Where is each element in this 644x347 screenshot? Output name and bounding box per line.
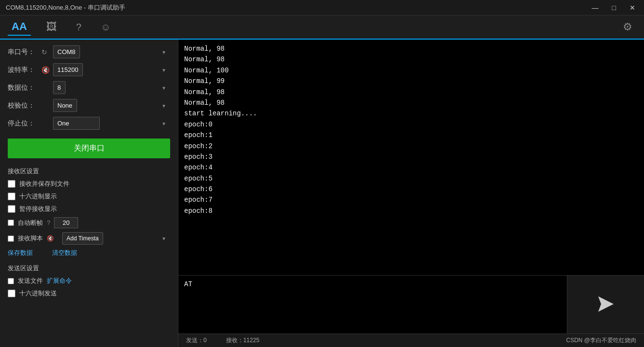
watermark: CSDN @李白不爱吃红烧肉	[566, 336, 636, 345]
log-line: start learning....	[184, 108, 638, 119]
close-button[interactable]: ✕	[627, 3, 638, 13]
auto-frame-label: 自动断帧	[18, 219, 43, 227]
script-icon: 🔇	[47, 235, 58, 242]
hex-send-row: 十六进制发送	[8, 289, 170, 298]
receive-settings-title: 接收区设置	[8, 167, 170, 176]
script-label: 接收脚本	[18, 234, 43, 243]
log-line: Normal, 98	[184, 54, 638, 65]
close-port-button[interactable]: 关闭串口	[8, 139, 170, 158]
log-line: epoch:2	[184, 141, 638, 152]
stop-bits-label: 停止位：	[8, 119, 41, 128]
parity-row: 校验位： None Odd Even	[8, 99, 170, 112]
log-line: Normal, 100	[184, 65, 638, 76]
minimize-button[interactable]: —	[589, 3, 602, 13]
emoji-icon: ☺	[101, 22, 110, 32]
left-panel: 串口号： ↻ COM8 COM1 COM2 波特率： 🔇 115200 9600…	[0, 40, 178, 347]
receive-area[interactable]: Normal, 98Normal, 98Normal, 100Normal, 9…	[178, 40, 644, 275]
send-value: 0	[203, 337, 207, 344]
send-button[interactable]	[594, 294, 617, 315]
data-bits-select[interactable]: 8 7 6 5	[53, 81, 66, 94]
receive-label: 接收：	[226, 337, 243, 344]
log-line: epoch:7	[184, 194, 638, 205]
baud-select[interactable]: 115200 9600 38400	[53, 63, 83, 76]
stop-bits-select-wrapper: One Two OnePointFive	[53, 117, 170, 130]
log-line: epoch:8	[184, 206, 638, 216]
parity-select-wrapper: None Odd Even	[53, 99, 170, 112]
port-select[interactable]: COM8 COM1 COM2	[53, 45, 80, 58]
pause-display-row: 暂停接收显示	[8, 205, 170, 213]
save-data-button[interactable]: 保存数据	[8, 249, 33, 257]
send-label: 发送：	[186, 337, 203, 344]
mute-icon: 🔇	[41, 66, 53, 74]
send-settings-title: 发送区设置	[8, 264, 170, 273]
script-select[interactable]: Add Timesta None	[62, 232, 103, 245]
data-bits-row: 数据位： 8 7 6 5	[8, 81, 170, 94]
status-bar: 发送：0 接收：11225 CSDN @李白不爱吃红烧肉	[178, 333, 644, 347]
maximize-button[interactable]: □	[609, 3, 619, 13]
send-file-label: 发送文件	[18, 277, 43, 285]
log-line: epoch:6	[184, 184, 638, 194]
port-label: 串口号：	[8, 48, 41, 56]
font-icon: AA	[12, 20, 27, 32]
emoji-button[interactable]: ☺	[97, 19, 114, 35]
baud-row: 波特率： 🔇 115200 9600 38400	[8, 63, 170, 76]
toolbar: AA 🖼 ? ☺ ⚙	[0, 15, 644, 40]
log-line: Normal, 98	[184, 43, 638, 54]
script-select-wrapper: Add Timesta None	[62, 232, 170, 245]
save-file-checkbox[interactable]	[8, 180, 15, 188]
settings-button[interactable]: ⚙	[619, 19, 636, 35]
stop-bits-select[interactable]: One Two OnePointFive	[53, 117, 100, 130]
hex-display-row: 十六进制显示	[8, 192, 170, 201]
log-line: epoch:5	[184, 173, 638, 184]
script-checkbox[interactable]	[8, 236, 14, 242]
stop-bits-row: 停止位： One Two OnePointFive	[8, 117, 170, 130]
pause-display-label: 暂停接收显示	[19, 205, 57, 213]
svg-marker-0	[598, 296, 614, 312]
auto-frame-input[interactable]: 20	[54, 217, 78, 228]
hex-send-checkbox[interactable]	[8, 290, 15, 297]
port-select-wrapper: COM8 COM1 COM2	[53, 45, 170, 58]
send-button-panel	[567, 276, 644, 333]
window-controls: — □ ✕	[589, 3, 638, 13]
hex-display-checkbox[interactable]	[8, 193, 15, 200]
data-bits-select-wrapper: 8 7 6 5	[53, 81, 170, 94]
log-line: Normal, 98	[184, 87, 638, 97]
baud-label: 波特率：	[8, 66, 41, 74]
settings-icon: ⚙	[623, 21, 632, 33]
pause-display-checkbox[interactable]	[8, 205, 15, 213]
script-row: 接收脚本 🔇 Add Timesta None	[8, 232, 170, 245]
image-button[interactable]: 🖼	[42, 19, 61, 35]
parity-label: 校验位：	[8, 101, 41, 110]
save-file-row: 接收并保存到文件	[8, 180, 170, 188]
port-row: 串口号： ↻ COM8 COM1 COM2	[8, 45, 170, 58]
log-line: epoch:4	[184, 162, 638, 173]
send-status: 发送：0	[186, 336, 207, 345]
log-line: epoch:1	[184, 130, 638, 140]
data-links: 保存数据 清空数据	[8, 249, 170, 257]
image-icon: 🖼	[46, 21, 57, 33]
log-line: Normal, 98	[184, 97, 638, 108]
log-line: epoch:0	[184, 119, 638, 130]
auto-frame-row: 自动断帧 ? 20	[8, 217, 170, 228]
auto-frame-checkbox[interactable]	[8, 220, 14, 226]
right-panel: Normal, 98Normal, 98Normal, 100Normal, 9…	[178, 40, 644, 347]
title-bar: COM8,115200,None,8,One - 串口调试助手 — □ ✕	[0, 0, 644, 15]
hex-send-label: 十六进制发送	[19, 289, 57, 298]
refresh-icon[interactable]: ↻	[41, 48, 53, 56]
receive-value: 11225	[243, 337, 259, 344]
font-button[interactable]: AA	[8, 18, 31, 36]
send-area: AT	[178, 276, 644, 333]
send-input[interactable]: AT	[178, 276, 567, 333]
receive-status: 接收：11225	[226, 336, 259, 345]
auto-frame-help-icon[interactable]: ?	[47, 219, 50, 226]
hex-display-label: 十六进制显示	[19, 192, 57, 201]
log-line: Normal, 99	[184, 76, 638, 86]
baud-select-wrapper: 115200 9600 38400	[53, 63, 170, 76]
send-file-checkbox[interactable]	[8, 278, 14, 284]
data-bits-label: 数据位：	[8, 83, 41, 92]
clear-data-button[interactable]: 清空数据	[52, 249, 77, 257]
window-title: COM8,115200,None,8,One - 串口调试助手	[6, 3, 125, 12]
help-button[interactable]: ?	[72, 19, 85, 35]
expand-cmd-button[interactable]: 扩展命令	[47, 277, 72, 285]
parity-select[interactable]: None Odd Even	[53, 99, 77, 112]
